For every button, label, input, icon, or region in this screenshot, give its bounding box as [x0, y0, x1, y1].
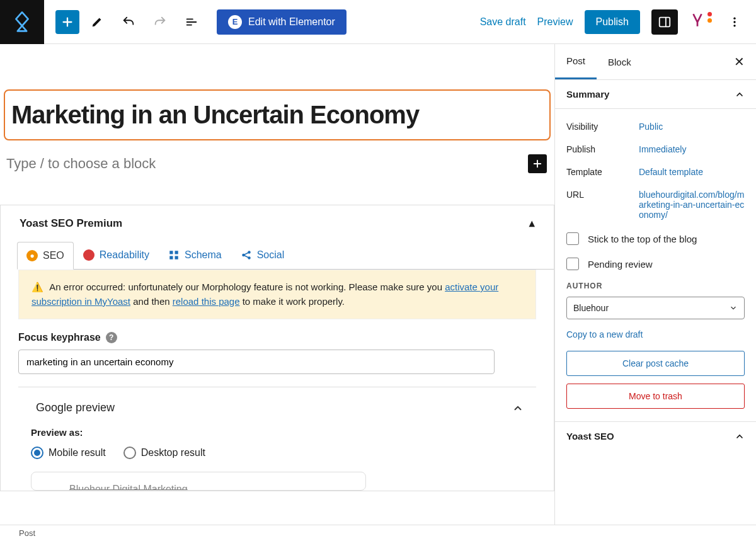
alert-text-post: to make it work properly.: [240, 296, 345, 307]
readability-status-icon: [83, 249, 94, 261]
block-placeholder[interactable]: Type / to choose a block: [6, 156, 528, 172]
mobile-result-radio[interactable]: Mobile result: [31, 447, 106, 459]
schema-icon: [168, 249, 180, 261]
chevron-up-icon: [512, 402, 524, 414]
yoast-panel-title: Yoast SEO Premium: [20, 217, 122, 230]
move-to-trash-button[interactable]: Move to trash: [566, 384, 745, 409]
checkbox-icon: [566, 232, 579, 245]
summary-section-header[interactable]: Summary: [555, 80, 756, 109]
author-label: AUTHOR: [566, 282, 745, 290]
yoast-seo-panel: Yoast SEO Premium ▴ ● SEO Readability Sc…: [0, 205, 554, 491]
top-toolbar: E Edit with Elementor Save draft Preview…: [0, 0, 756, 44]
edit-with-elementor-label: Edit with Elementor: [248, 16, 335, 28]
svg-rect-6: [169, 256, 173, 259]
elementor-icon: E: [228, 15, 242, 29]
social-icon: [241, 249, 252, 261]
sidebar-tab-post[interactable]: Post: [555, 44, 597, 79]
breadcrumb-bar: Post: [0, 525, 756, 541]
preview-radio-group: Mobile result Desktop result: [31, 447, 524, 459]
author-select[interactable]: Bluehour: [566, 297, 745, 319]
svg-rect-4: [169, 251, 173, 254]
yoast-tabs: ● SEO Readability Schema Social: [17, 241, 554, 270]
google-preview-card: Bluehour Digital Marketing: [31, 472, 366, 491]
url-row[interactable]: URLbluehourdigital.com/blog/marketing-in…: [566, 183, 745, 226]
help-icon[interactable]: ?: [106, 332, 117, 343]
summary-label: Summary: [566, 89, 609, 100]
tab-seo[interactable]: ● SEO: [17, 242, 74, 270]
svg-point-1: [733, 17, 735, 19]
reload-page-link[interactable]: reload this page: [173, 296, 240, 307]
svg-point-2: [733, 21, 735, 23]
google-preview-label: Google preview: [36, 401, 115, 414]
details-button[interactable]: [178, 8, 205, 36]
tab-seo-label: SEO: [43, 250, 64, 261]
clear-post-cache-button[interactable]: Clear post cache: [566, 351, 745, 376]
edit-with-elementor-button[interactable]: E Edit with Elementor: [217, 9, 346, 35]
collapse-icon: ▴: [529, 217, 535, 230]
svg-rect-0: [660, 17, 670, 26]
alert-text-pre: An error occurred: unfortunately our Mor…: [49, 282, 445, 292]
summary-section-body: VisibilityPublic PublishImmediately Temp…: [555, 109, 756, 422]
svg-point-3: [733, 25, 735, 26]
publish-row[interactable]: PublishImmediately: [566, 138, 745, 161]
post-title-input[interactable]: Marketing in an Uncertain Economy: [4, 89, 551, 140]
yoast-seo-sidebar-header[interactable]: Yoast SEO: [555, 422, 756, 450]
focus-keyphrase-input[interactable]: [18, 350, 495, 374]
yoast-panel-header[interactable]: Yoast SEO Premium ▴: [1, 205, 554, 241]
preview-site-name: Bluehour Digital Marketing: [69, 484, 188, 491]
focus-keyphrase-label: Focus keyphrase ?: [18, 332, 536, 343]
editor-column: Marketing in an Uncertain Economy Type /…: [0, 44, 554, 525]
preview-as-label: Preview as:: [31, 427, 524, 438]
copy-new-draft-link[interactable]: Copy to a new draft: [566, 319, 745, 343]
edit-icon[interactable]: [83, 8, 111, 36]
tab-readability-label: Readability: [100, 249, 149, 261]
settings-panel-toggle[interactable]: [651, 9, 678, 35]
yoast-icon[interactable]: [689, 12, 709, 32]
publish-button[interactable]: Publish: [585, 10, 640, 34]
save-draft-button[interactable]: Save draft: [480, 16, 526, 28]
sidebar-close-button[interactable]: ✕: [723, 54, 756, 69]
chevron-up-icon: [735, 431, 745, 441]
sidebar-tab-block[interactable]: Block: [597, 45, 643, 79]
workspace: Marketing in an Uncertain Economy Type /…: [0, 44, 756, 525]
stick-top-checkbox[interactable]: Stick to the top of the blog: [566, 226, 745, 251]
breadcrumb[interactable]: Post: [19, 528, 35, 538]
desktop-result-radio[interactable]: Desktop result: [123, 447, 205, 459]
sidebar-tabs: Post Block ✕: [555, 44, 756, 80]
warning-icon: ⚠️: [32, 280, 43, 295]
seo-status-icon: ●: [26, 250, 38, 261]
toolbar-right: Save draft Preview Publish: [480, 8, 748, 36]
tab-social-label: Social: [257, 249, 285, 261]
template-row[interactable]: TemplateDefault template: [566, 161, 745, 183]
alert-text-mid: and then: [130, 296, 173, 307]
tab-social[interactable]: Social: [231, 241, 294, 269]
svg-rect-5: [175, 251, 178, 254]
chevron-down-icon: [729, 304, 738, 312]
tab-schema[interactable]: Schema: [159, 241, 231, 269]
checkbox-icon: [566, 258, 579, 270]
tab-readability[interactable]: Readability: [74, 241, 159, 269]
add-block-button[interactable]: [55, 10, 79, 34]
inline-add-block-button[interactable]: [528, 154, 547, 173]
radio-icon: [31, 447, 43, 459]
redo-button[interactable]: [146, 8, 174, 36]
yoast-sidebar-label: Yoast SEO: [566, 431, 614, 441]
pending-review-checkbox[interactable]: Pending review: [566, 251, 745, 276]
svg-rect-7: [175, 256, 178, 259]
chevron-up-icon: [735, 89, 745, 100]
toolbar-left: E Edit with Elementor: [44, 8, 346, 36]
settings-sidebar: Post Block ✕ Summary VisibilityPublic Pu…: [554, 44, 756, 525]
radio-icon: [123, 447, 136, 459]
preview-button[interactable]: Preview: [537, 16, 573, 28]
tab-schema-label: Schema: [185, 249, 222, 261]
undo-button[interactable]: [115, 8, 142, 36]
google-preview-toggle[interactable]: Google preview: [31, 399, 524, 427]
visibility-row[interactable]: VisibilityPublic: [566, 115, 745, 138]
yoast-error-alert: ⚠️ An error occurred: unfortunately our …: [18, 270, 536, 319]
site-logo[interactable]: [0, 0, 44, 44]
more-options-button[interactable]: [721, 8, 748, 36]
author-value: Bluehour: [573, 303, 609, 313]
